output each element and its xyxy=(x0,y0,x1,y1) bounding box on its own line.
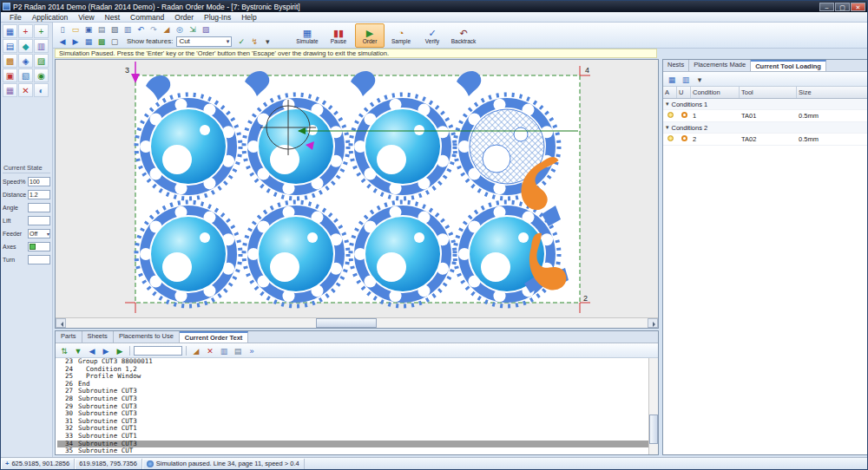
tab-placements-to-use[interactable]: Placements to Use xyxy=(114,331,180,343)
order-line[interactable]: 25 Profile Window xyxy=(57,373,658,381)
order-line[interactable]: 29Subroutine CUT3 xyxy=(57,403,658,411)
simulate-button[interactable]: ▦Simulate xyxy=(293,23,322,48)
close-button[interactable]: ✕ xyxy=(851,3,865,11)
feature-dropdown-icon[interactable]: ▾ xyxy=(261,36,273,47)
column-header-condition[interactable]: Condition xyxy=(691,87,740,98)
pattern-icon[interactable]: ▦ xyxy=(3,83,17,97)
menu-item-application[interactable]: Application xyxy=(27,13,74,22)
order-line[interactable]: 33Subroutine CUT1 xyxy=(57,433,658,441)
collapse-icon[interactable]: ▾ xyxy=(666,101,669,108)
group-row[interactable]: ▾Conditions 1 xyxy=(663,99,868,110)
redo-icon[interactable]: ↷ xyxy=(148,23,160,35)
tab-parts[interactable]: Parts xyxy=(56,331,82,343)
maximize-button[interactable]: ▢ xyxy=(835,3,850,11)
menu-item-command[interactable]: Command xyxy=(125,13,169,22)
prev-line-icon[interactable]: ◀ xyxy=(86,345,98,356)
field-input-distance[interactable]: 1.2 xyxy=(28,190,50,199)
column-header-size[interactable]: Size xyxy=(797,87,868,98)
menu-item-help[interactable]: Help xyxy=(236,13,261,22)
cut-icon[interactable]: ▧ xyxy=(108,23,121,35)
order-line[interactable]: 31Subroutine CUT3 xyxy=(57,418,658,426)
feature-flash-icon[interactable]: ↯ xyxy=(248,36,260,47)
sort-lines-icon[interactable]: ⇅ xyxy=(58,345,70,356)
grid-toggle-icon[interactable]: ▦ xyxy=(82,36,95,47)
filter-lines-icon[interactable]: ▼ xyxy=(72,345,84,356)
next-line-icon[interactable]: ▶ xyxy=(100,345,112,356)
menu-item-file[interactable]: File xyxy=(4,13,27,22)
table-row[interactable]: 1TA010.5mm xyxy=(663,110,868,122)
table-row[interactable]: 2TA020.5mm xyxy=(663,134,868,146)
feature-edit-icon[interactable]: ✓ xyxy=(235,36,247,47)
tab-nests[interactable]: Nests xyxy=(663,60,689,71)
canvas-horizontal-scrollbar[interactable] xyxy=(56,317,658,328)
tooling-icon[interactable]: ▥ xyxy=(34,39,49,53)
field-input-axes[interactable] xyxy=(28,242,50,251)
order-line[interactable]: 28Subroutine CUT3 xyxy=(57,395,658,403)
order-line[interactable]: 35Subroutine CUT xyxy=(57,447,658,454)
order-line[interactable]: 24 Condition 1,2 xyxy=(57,366,658,374)
column-header-tool[interactable]: Tool xyxy=(740,87,797,98)
delete-line-icon[interactable]: ✕ xyxy=(204,345,216,356)
order-vertical-scrollbar[interactable] xyxy=(648,358,658,454)
copy-line-icon[interactable]: ▥ xyxy=(218,345,230,356)
delete-icon[interactable]: ✕ xyxy=(18,83,33,97)
menu-item-plug-ins[interactable]: Plug-Ins xyxy=(199,13,236,22)
view-icon[interactable]: ◈ xyxy=(18,54,33,68)
tab-current-tool-loading[interactable]: Current Tool Loading xyxy=(751,60,826,71)
copy-icon[interactable]: ▥ xyxy=(122,23,134,35)
field-input-speed-[interactable]: 100 xyxy=(28,177,50,186)
open-icon[interactable]: ▭ xyxy=(69,23,82,35)
order-line[interactable]: 23Group CUT3 88000011 xyxy=(57,358,658,366)
tab-sheets[interactable]: Sheets xyxy=(82,331,114,343)
frame-toggle-icon[interactable]: ▢ xyxy=(108,36,121,47)
add-sheet-icon[interactable]: + xyxy=(34,24,49,38)
field-input-feeder[interactable]: Off▾ xyxy=(28,229,50,238)
edit-line-icon[interactable]: ◢ xyxy=(190,345,202,356)
field-input-turn[interactable] xyxy=(28,255,50,264)
minimize-button[interactable]: – xyxy=(819,3,834,11)
print-order-icon[interactable]: ▤ xyxy=(232,345,244,356)
part-icon[interactable]: ◆ xyxy=(18,39,33,53)
edit-icon[interactable]: ◢ xyxy=(161,23,173,35)
save-icon[interactable]: ▣ xyxy=(82,23,95,35)
order-line[interactable]: 30Subroutine CUT3 xyxy=(57,410,658,418)
previous-view-icon[interactable]: ◀ xyxy=(56,36,69,47)
undo-icon[interactable]: ↶ xyxy=(135,23,147,35)
run-icon[interactable]: ▶ xyxy=(114,345,126,356)
order-icon[interactable]: ▧ xyxy=(18,69,33,82)
scroll-left-button[interactable] xyxy=(56,318,66,328)
collapse-icon[interactable]: ▾ xyxy=(666,124,669,131)
group-row[interactable]: ▾Conditions 2 xyxy=(663,122,868,134)
pause-button[interactable]: ▮▮Pause xyxy=(324,23,353,48)
next-view-icon[interactable]: ▶ xyxy=(69,36,82,47)
simulate-icon[interactable]: ◐ xyxy=(34,83,49,97)
filter-dropdown-icon[interactable]: ▾ xyxy=(694,74,706,85)
zoom-icon[interactable]: ◎ xyxy=(174,23,186,35)
hatch-icon[interactable]: ▨ xyxy=(34,54,49,68)
grid-icon[interactable]: ▩ xyxy=(3,54,17,68)
column-chooser-icon[interactable]: ▥ xyxy=(680,74,692,85)
show-features-select[interactable]: Cut ▾ xyxy=(176,36,232,47)
order-line[interactable]: 26End xyxy=(57,381,658,388)
snap-toggle-icon[interactable]: ▩ xyxy=(95,36,108,47)
menu-item-view[interactable]: View xyxy=(73,13,99,22)
scroll-right-button[interactable] xyxy=(648,318,658,328)
sample-button[interactable]: ◔Sample xyxy=(386,23,416,48)
order-button[interactable]: ▶Order xyxy=(355,23,385,48)
target-icon[interactable]: ◉ xyxy=(34,69,49,82)
column-header-a[interactable]: A xyxy=(663,87,677,98)
tab-placements-made[interactable]: Placements Made xyxy=(689,60,751,71)
layers-icon[interactable]: ▨ xyxy=(200,23,212,35)
menu-item-order[interactable]: Order xyxy=(169,13,199,22)
column-header-u[interactable]: U xyxy=(677,87,691,98)
sheet-icon[interactable]: ▤ xyxy=(3,39,17,53)
field-input-angle[interactable] xyxy=(28,203,50,212)
measure-icon[interactable]: ⇲ xyxy=(187,23,199,35)
nest-view-icon[interactable]: ▦ xyxy=(3,24,17,38)
goto-line-input[interactable] xyxy=(134,346,182,356)
stop-icon[interactable]: ▣ xyxy=(3,69,17,82)
backtrack-button[interactable]: ↶Backtrack xyxy=(449,23,478,48)
tab-current-order-text[interactable]: Current Order Text xyxy=(180,331,249,343)
order-line[interactable]: 32Subroutine CUT1 xyxy=(57,425,658,433)
field-input-lift[interactable] xyxy=(28,216,50,225)
